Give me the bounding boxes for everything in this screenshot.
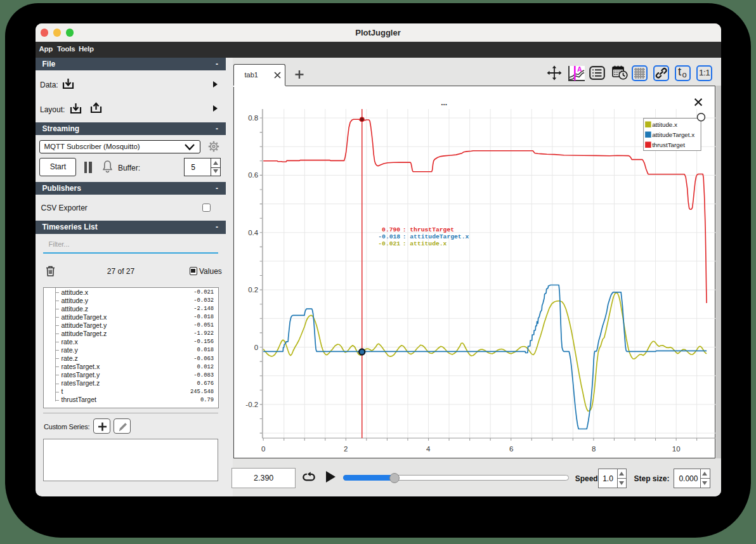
svg-text:-0.021: -0.021	[378, 240, 400, 247]
svg-text:6: 6	[509, 445, 513, 453]
svg-text:10: 10	[672, 445, 680, 453]
svg-text:0.2: 0.2	[248, 286, 258, 294]
svg-text:A: A	[577, 66, 582, 73]
svg-text:-0.2: -0.2	[245, 401, 258, 408]
svg-text:: attitudeTarget.x: : attitudeTarget.x	[402, 233, 469, 240]
svg-text:0.6: 0.6	[248, 171, 258, 179]
svg-text:0: 0	[261, 445, 265, 453]
svg-text:8: 8	[592, 445, 596, 453]
svg-text:0.8: 0.8	[248, 114, 258, 122]
svg-text:: attitude.x: : attitude.x	[402, 240, 446, 247]
svg-text:attitude.x: attitude.x	[652, 121, 677, 128]
svg-text:0.790: 0.790	[382, 226, 400, 233]
svg-text:...: ...	[441, 98, 447, 107]
svg-text:2: 2	[344, 445, 348, 453]
svg-text:4: 4	[426, 445, 431, 453]
svg-text:attitudeTarget.x: attitudeTarget.x	[652, 131, 694, 138]
svg-text:: thrustTarget: : thrustTarget	[402, 226, 453, 233]
svg-text:-0.018: -0.018	[378, 233, 400, 240]
svg-text:thrustTarget: thrustTarget	[652, 141, 685, 148]
svg-text:0.4: 0.4	[248, 229, 259, 236]
svg-text:0: 0	[254, 344, 257, 351]
